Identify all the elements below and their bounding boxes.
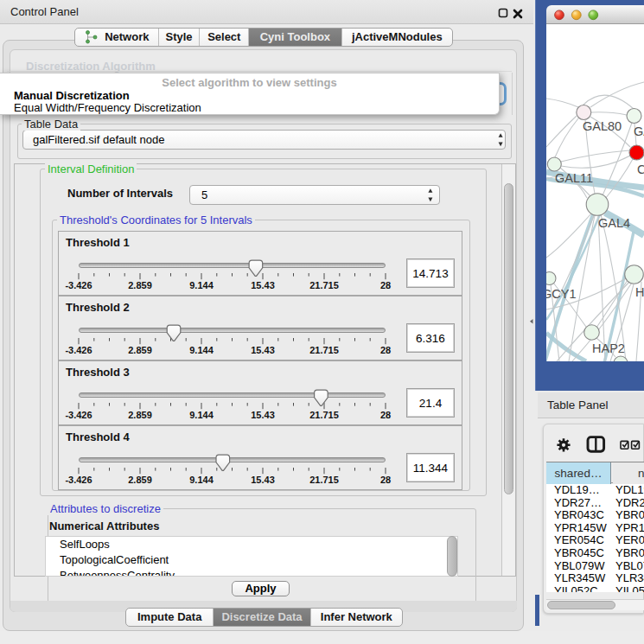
svg-text:GCY1: GCY1 <box>546 287 577 301</box>
svg-text:GA: GA <box>634 124 644 138</box>
svg-text:HAP2: HAP2 <box>592 341 625 355</box>
svg-text:H: H <box>635 285 644 299</box>
svg-text:C: C <box>637 163 644 176</box>
svg-text:GAL11: GAL11 <box>555 171 593 185</box>
svg-text:GAL80: GAL80 <box>583 119 622 133</box>
svg-text:GAL4: GAL4 <box>598 216 630 230</box>
